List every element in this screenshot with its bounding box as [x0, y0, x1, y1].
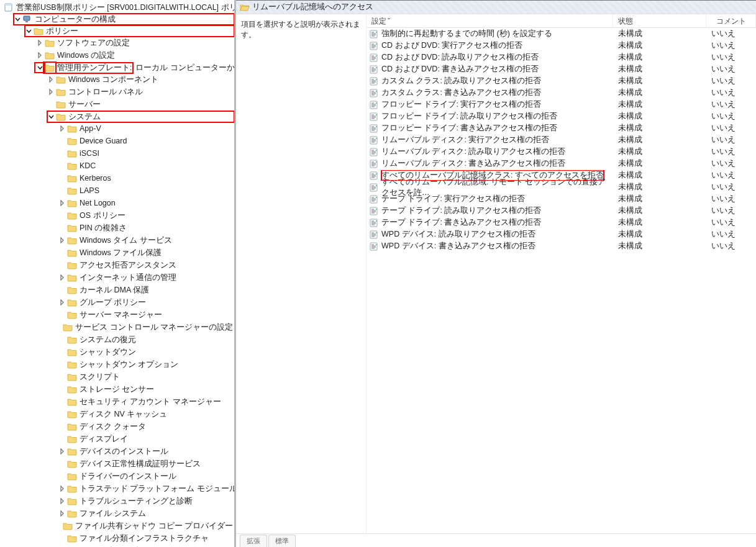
caret-closed-icon[interactable]: [58, 299, 66, 306]
policy-tree[interactable]: 営業部USB制限ポリシー [SRV001.DIGITALWITH.LOCAL] …: [0, 1, 234, 547]
setting-row[interactable]: カスタム クラス: 書き込みアクセス権の拒否未構成いいえ: [367, 87, 756, 99]
tree-item[interactable]: デバイス正常性構成証明サービス: [58, 458, 234, 469]
setting-row[interactable]: テープ ドライブ: 読み取りアクセス権の拒否未構成いいえ: [367, 205, 756, 217]
setting-state: 未構成: [613, 217, 706, 228]
tree-item[interactable]: サーバー マネージャー: [58, 309, 234, 320]
tree-computer-config[interactable]: コンピューターの構成: [14, 14, 234, 25]
column-headers[interactable]: 設定 ˇ 状態 コメント: [367, 14, 756, 28]
tree-item[interactable]: スクリプト: [58, 371, 234, 382]
setting-name-cell: CD および DVD: 読み取りアクセス権の拒否: [367, 52, 613, 63]
caret-closed-icon[interactable]: [58, 125, 66, 132]
tree-root[interactable]: 営業部USB制限ポリシー [SRV001.DIGITALWITH.LOCAL] …: [2, 2, 234, 13]
tree-label: サーバー: [67, 99, 102, 110]
tree-label: シャットダウン: [78, 347, 137, 358]
tree-item[interactable]: LAPS: [58, 185, 234, 196]
folder-icon: [67, 137, 77, 145]
tree-item[interactable]: シャットダウン オプション: [58, 359, 234, 370]
setting-row[interactable]: CD および DVD: 実行アクセス権の拒否未構成いいえ: [367, 40, 756, 52]
tree-item[interactable]: ストレージ センサー: [58, 384, 234, 395]
caret-closed-icon[interactable]: [58, 274, 66, 281]
tree-item[interactable]: Kerberos: [58, 173, 234, 184]
setting-row[interactable]: リムーバブル ディスク: 書き込みアクセス権の拒否未構成いいえ: [367, 158, 756, 170]
caret-open-icon[interactable]: [25, 27, 32, 35]
setting-row[interactable]: フロッピー ドライブ: 読み取りアクセス権の拒否未構成いいえ: [367, 111, 756, 122]
setting-row[interactable]: WPD デバイス: 書き込みアクセス権の拒否未構成いいえ: [367, 240, 756, 252]
caret-closed-icon[interactable]: [58, 497, 66, 505]
tree-windows-components[interactable]: Windows コンポーネント: [47, 74, 234, 85]
doc-icon: [4, 3, 14, 12]
tree-item[interactable]: アクセス拒否アシスタンス: [58, 260, 234, 271]
caret-closed-icon[interactable]: [47, 88, 55, 96]
tree-software-settings[interactable]: ソフトウェアの設定: [36, 37, 234, 48]
caret-open-icon[interactable]: [36, 64, 43, 71]
tree-item[interactable]: ファイル システム: [58, 508, 234, 519]
setting-name: テープ ドライブ: 読み取りアクセス権の拒否: [381, 206, 541, 216]
tree-control-panel[interactable]: コントロール パネル: [47, 86, 234, 97]
tree-label: ファイル分類インフラストラクチャ: [78, 533, 210, 544]
folder-icon: [67, 211, 77, 220]
tree-item[interactable]: サービス コントロール マネージャーの設定: [58, 322, 234, 333]
tree-item[interactable]: グループ ポリシー: [58, 297, 234, 308]
header-state[interactable]: 状態: [613, 14, 706, 27]
tree-item[interactable]: ディスク NV キャッシュ: [58, 409, 234, 420]
caret-open-icon[interactable]: [14, 16, 21, 23]
tree-item[interactable]: ディスク クォータ: [58, 421, 234, 432]
tree-item[interactable]: ドライバーのインストール: [58, 471, 234, 482]
caret-closed-icon[interactable]: [58, 448, 66, 455]
caret-closed-icon[interactable]: [58, 199, 66, 207]
tree-item[interactable]: Net Logon: [58, 197, 234, 209]
tree-item[interactable]: インターネット通信の管理: [58, 272, 234, 283]
tab-extended[interactable]: 拡張: [240, 535, 267, 547]
tree-item[interactable]: ファイル共有シャドウ コピー プロバイダー: [58, 520, 234, 531]
setting-row[interactable]: リムーバブル ディスク: 読み取りアクセス権の拒否未構成いいえ: [367, 146, 756, 158]
tree-item[interactable]: PIN の複雑さ: [58, 222, 234, 233]
setting-row[interactable]: CD および DVD: 読み取りアクセス権の拒否未構成いいえ: [367, 52, 756, 63]
tree-item[interactable]: カーネル DMA 保護: [58, 284, 234, 296]
setting-row[interactable]: WPD デバイス: 読み取りアクセス権の拒否未構成いいえ: [367, 228, 756, 240]
tree-item[interactable]: iSCSI: [58, 148, 234, 159]
tab-standard[interactable]: 標準: [268, 535, 296, 547]
setting-row[interactable]: テープ ドライブ: 実行アクセス権の拒否未構成いいえ: [367, 193, 756, 205]
caret-closed-icon[interactable]: [58, 237, 66, 244]
header-comment[interactable]: コメント: [706, 14, 756, 27]
tree-item[interactable]: トラステッド プラットフォーム モジュール サービス: [58, 483, 234, 494]
caret-closed-icon[interactable]: [36, 39, 43, 47]
tree-item[interactable]: KDC: [58, 160, 234, 171]
tree-item[interactable]: トラブルシューティングと診断: [58, 495, 234, 507]
settings-rows[interactable]: 強制的に再起動するまでの時間 (秒) を設定する未構成いいえCD および DVD…: [367, 28, 756, 533]
tree-item[interactable]: デバイスのインストール: [58, 446, 234, 457]
tree-item[interactable]: ファイル分類インフラストラクチャ: [58, 533, 234, 544]
tree-server[interactable]: サーバー: [47, 99, 234, 110]
tree-item[interactable]: OS ポリシー: [58, 210, 234, 221]
setting-state: 未構成: [613, 40, 706, 51]
tree-policies[interactable]: ポリシー: [25, 25, 234, 37]
caret-closed-icon[interactable]: [58, 485, 66, 492]
setting-row[interactable]: フロッピー ドライブ: 実行アクセス権の拒否未構成いいえ: [367, 99, 756, 111]
tree-item[interactable]: シャットダウン: [58, 346, 234, 358]
tree-item[interactable]: システムの復元: [58, 334, 234, 345]
caret-closed-icon[interactable]: [36, 52, 43, 59]
tree-item[interactable]: Windows ファイル保護: [58, 247, 234, 258]
header-name[interactable]: 設定 ˇ: [367, 14, 613, 27]
setting-row[interactable]: テープ ドライブ: 書き込みアクセス権の拒否未構成いいえ: [367, 217, 756, 228]
tree-item[interactable]: Device Guard: [58, 135, 234, 147]
tree-item[interactable]: App-V: [58, 123, 234, 134]
tree-system[interactable]: システム: [47, 111, 234, 122]
view-tabs[interactable]: 拡張 標準: [236, 533, 756, 547]
setting-row[interactable]: リムーバブル ディスク: 実行アクセス権の拒否未構成いいえ: [367, 134, 756, 146]
setting-row[interactable]: フロッピー ドライブ: 書き込みアクセス権の拒否未構成いいえ: [367, 122, 756, 134]
setting-name-cell: 強制的に再起動するまでの時間 (秒) を設定する: [367, 29, 613, 39]
tree-item[interactable]: Windows タイム サービス: [58, 235, 234, 246]
caret-closed-icon[interactable]: [47, 76, 55, 83]
setting-row[interactable]: CD および DVD: 書き込みアクセス権の拒否未構成いいえ: [367, 63, 756, 75]
setting-row[interactable]: カスタム クラス: 読み取りアクセス権の拒否未構成いいえ: [367, 75, 756, 87]
tree-admin-templates[interactable]: 管理用テンプレート: ローカル コンピューターから取得したポリシ…: [36, 62, 234, 73]
tree-pane[interactable]: 営業部USB制限ポリシー [SRV001.DIGITALWITH.LOCAL] …: [0, 0, 236, 547]
setting-row[interactable]: 強制的に再起動するまでの時間 (秒) を設定する未構成いいえ: [367, 28, 756, 40]
tree-item[interactable]: セキュリティ アカウント マネージャー: [58, 396, 234, 407]
caret-open-icon[interactable]: [47, 113, 55, 120]
setting-row[interactable]: すべてのリムーバブル記憶域: リモート セッションでの直接アクセスを許…未構成い…: [367, 181, 756, 193]
caret-closed-icon[interactable]: [58, 510, 66, 517]
tree-windows-settings[interactable]: Windows の設定: [36, 50, 234, 61]
tree-item[interactable]: ディスプレイ: [58, 433, 234, 445]
